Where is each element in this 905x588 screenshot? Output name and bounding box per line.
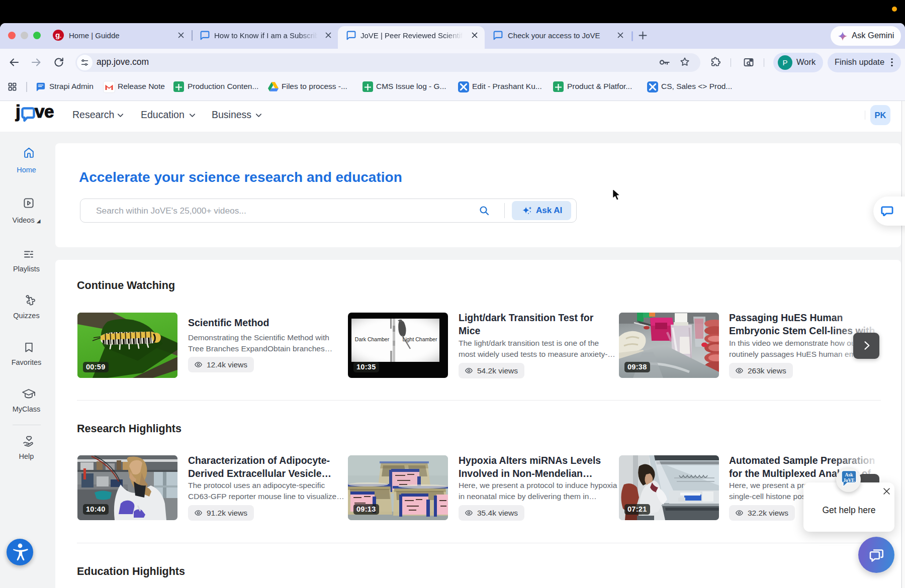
svg-text:Light Chamber: Light Chamber bbox=[403, 336, 437, 342]
svg-text:JoVE: JoVE bbox=[843, 478, 855, 483]
svg-text:Ask: Ask bbox=[845, 472, 854, 477]
svg-text:Dark Chamber: Dark Chamber bbox=[355, 336, 390, 342]
